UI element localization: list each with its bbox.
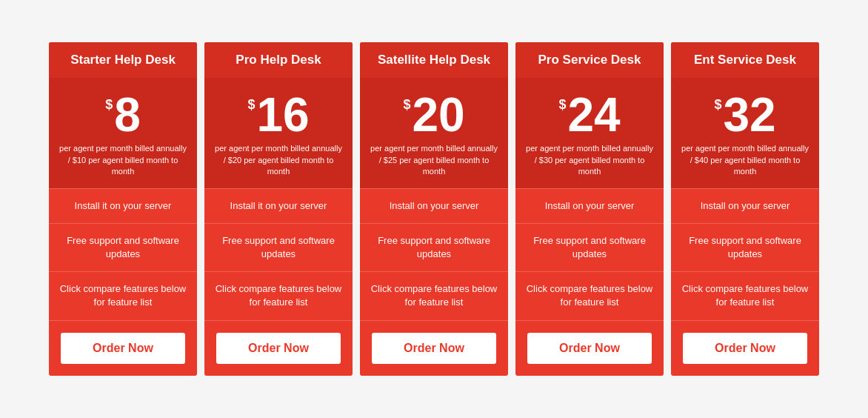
pricing-card-pro-help-desk: Pro Help Desk$16per agent per month bill… [204, 42, 353, 375]
order-section-satellite-help-desk: Order Now [360, 321, 508, 376]
feature-item-pro-help-desk-2: Click compare features below for feature… [204, 272, 353, 320]
feature-item-pro-service-desk-1: Free support and software updates [515, 224, 664, 272]
dollar-sign-satellite-help-desk: $ [403, 97, 410, 113]
pricing-card-ent-service-desk: Ent Service Desk$32per agent per month b… [671, 42, 819, 375]
features-section-satellite-help-desk: Install on your serverFree support and s… [360, 188, 508, 321]
order-section-pro-help-desk: Order Now [204, 321, 353, 376]
price-section-starter-help-desk: $8per agent per month billed annually / … [49, 78, 197, 188]
feature-item-ent-service-desk-0: Install on your server [671, 188, 819, 224]
card-title-pro-help-desk: Pro Help Desk [204, 42, 353, 78]
price-number-starter-help-desk: 8 [114, 91, 141, 139]
price-row-ent-service-desk: $32 [714, 91, 775, 139]
feature-item-ent-service-desk-2: Click compare features below for feature… [671, 272, 819, 320]
feature-item-pro-service-desk-0: Install on your server [515, 188, 664, 224]
price-section-ent-service-desk: $32per agent per month billed annually /… [671, 78, 819, 188]
features-section-ent-service-desk: Install on your serverFree support and s… [671, 188, 819, 321]
price-row-pro-help-desk: $16 [247, 91, 309, 139]
features-section-pro-help-desk: Install it on your serverFree support an… [204, 188, 353, 321]
price-number-ent-service-desk: 32 [723, 91, 775, 139]
price-row-starter-help-desk: $8 [105, 91, 141, 139]
feature-item-starter-help-desk-0: Install it on your server [49, 188, 197, 224]
dollar-sign-starter-help-desk: $ [105, 97, 113, 113]
price-desc-pro-service-desk: per agent per month billed annually / $3… [523, 143, 656, 177]
price-desc-starter-help-desk: per agent per month billed annually / $1… [56, 143, 190, 177]
feature-item-starter-help-desk-1: Free support and software updates [49, 224, 197, 272]
feature-item-satellite-help-desk-1: Free support and software updates [360, 224, 508, 272]
feature-item-pro-help-desk-0: Install it on your server [204, 188, 353, 224]
price-row-satellite-help-desk: $20 [403, 91, 464, 139]
order-button-starter-help-desk[interactable]: Order Now [61, 333, 185, 364]
order-section-ent-service-desk: Order Now [671, 321, 819, 376]
feature-item-pro-service-desk-2: Click compare features below for feature… [515, 272, 664, 320]
feature-item-satellite-help-desk-0: Install on your server [360, 188, 508, 224]
dollar-sign-ent-service-desk: $ [714, 97, 721, 113]
pricing-container: Starter Help Desk$8per agent per month b… [49, 42, 819, 375]
order-button-ent-service-desk[interactable]: Order Now [683, 333, 807, 364]
order-button-satellite-help-desk[interactable]: Order Now [372, 333, 496, 364]
dollar-sign-pro-help-desk: $ [247, 97, 255, 113]
price-section-pro-help-desk: $16per agent per month billed annually /… [204, 78, 353, 188]
price-number-pro-help-desk: 16 [256, 91, 309, 139]
feature-item-pro-help-desk-1: Free support and software updates [204, 224, 353, 272]
price-desc-ent-service-desk: per agent per month billed annually / $4… [678, 143, 812, 177]
order-button-pro-service-desk[interactable]: Order Now [527, 333, 652, 364]
card-title-ent-service-desk: Ent Service Desk [671, 42, 819, 78]
order-button-pro-help-desk[interactable]: Order Now [216, 333, 341, 364]
feature-item-satellite-help-desk-2: Click compare features below for feature… [360, 272, 508, 320]
features-section-starter-help-desk: Install it on your serverFree support an… [49, 188, 197, 321]
card-title-starter-help-desk: Starter Help Desk [49, 42, 197, 78]
card-title-satellite-help-desk: Satellite Help Desk [360, 42, 508, 78]
order-section-pro-service-desk: Order Now [515, 321, 664, 376]
feature-item-ent-service-desk-1: Free support and software updates [671, 224, 819, 272]
price-number-pro-service-desk: 24 [567, 91, 620, 139]
price-section-pro-service-desk: $24per agent per month billed annually /… [515, 78, 664, 188]
order-section-starter-help-desk: Order Now [49, 321, 197, 376]
price-number-satellite-help-desk: 20 [412, 91, 464, 139]
price-section-satellite-help-desk: $20per agent per month billed annually /… [360, 78, 508, 188]
feature-item-starter-help-desk-2: Click compare features below for feature… [49, 272, 197, 320]
price-desc-satellite-help-desk: per agent per month billed annually / $2… [367, 143, 501, 177]
price-row-pro-service-desk: $24 [558, 91, 620, 139]
price-desc-pro-help-desk: per agent per month billed annually / $2… [212, 143, 345, 177]
pricing-card-satellite-help-desk: Satellite Help Desk$20per agent per mont… [360, 42, 508, 375]
dollar-sign-pro-service-desk: $ [558, 97, 566, 113]
card-title-pro-service-desk: Pro Service Desk [515, 42, 664, 78]
pricing-card-pro-service-desk: Pro Service Desk$24per agent per month b… [515, 42, 664, 375]
pricing-card-starter-help-desk: Starter Help Desk$8per agent per month b… [49, 42, 197, 375]
features-section-pro-service-desk: Install on your serverFree support and s… [515, 188, 664, 321]
